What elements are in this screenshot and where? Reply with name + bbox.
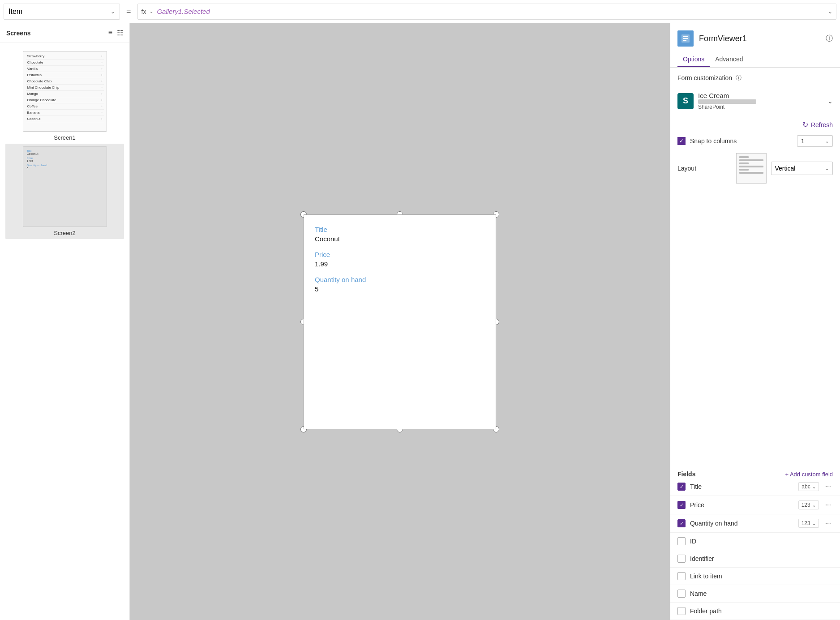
mini-list-item: Mango› — [26, 91, 104, 97]
type-chevron: ⌄ — [812, 503, 816, 508]
field-name: Price — [690, 501, 794, 509]
tab-advanced[interactable]: Advanced — [710, 52, 748, 67]
layout-label: Layout — [677, 165, 732, 172]
field-checkbox-id[interactable] — [677, 537, 686, 545]
formula-bar-expand[interactable]: ⌄ — [828, 9, 832, 15]
field-type-badge[interactable]: 123⌄ — [798, 519, 819, 528]
field-more-button[interactable]: ··· — [823, 501, 833, 509]
layout-row: Layout Vertical ⌄ — [677, 153, 833, 184]
title-value: Coconut — [315, 235, 485, 243]
layout-line — [739, 172, 763, 174]
price-label: Price — [315, 251, 485, 258]
snap-check-icon: ✓ — [679, 138, 684, 144]
refresh-row[interactable]: ↻ Refresh — [677, 120, 833, 129]
form-white-box: Title Coconut Price 1.99 Quantity on han… — [304, 214, 496, 429]
field-name: Title — [690, 483, 794, 490]
mini-list-item: Mint Chocolate Chip› — [26, 85, 104, 91]
canvas-area[interactable]: Title Coconut Price 1.99 Quantity on han… — [130, 23, 670, 620]
screen2-mini-form: Title Coconut Price 1.99 Quantity on han… — [23, 147, 107, 174]
datasource-url — [698, 99, 756, 104]
screen2-preview: Title Coconut Price 1.99 Quantity on han… — [23, 146, 107, 227]
item-dropdown-label: Item — [9, 8, 111, 16]
sharepoint-icon: S — [677, 93, 694, 109]
title-label: Title — [315, 226, 485, 233]
add-custom-field-button[interactable]: + Add custom field — [785, 471, 833, 478]
field-row: Link to item — [670, 568, 840, 585]
panel-content: Form customization ⓘ S Ice Cream SharePo… — [670, 68, 840, 470]
check-icon: ✓ — [680, 521, 684, 526]
field-checkbox-link-to-item[interactable] — [677, 572, 686, 580]
snap-label: Snap to columns — [690, 137, 793, 145]
fields-list: ✓Titleabc⌄···✓Price123⌄···✓Quantity on h… — [670, 478, 840, 620]
columns-dropdown[interactable]: 1 ⌄ — [797, 135, 833, 147]
field-row: ✓Quantity on hand123⌄··· — [670, 514, 840, 533]
refresh-icon: ↻ — [802, 120, 808, 129]
datasource-type: SharePoint — [698, 104, 823, 110]
mini-list-item: Strawberry› — [26, 53, 104, 60]
main-layout: Screens ≡ ☷ Strawberry› Chocolate› Vanil… — [0, 23, 840, 620]
field-checkbox-folder-path[interactable] — [677, 607, 686, 615]
form-canvas: Title Coconut Price 1.99 Quantity on han… — [304, 214, 496, 429]
field-row: ✓Price123⌄··· — [670, 496, 840, 514]
screen2-thumb[interactable]: Title Coconut Price 1.99 Quantity on han… — [5, 144, 124, 239]
screens-title: Screens — [6, 30, 30, 37]
layout-value: Vertical — [775, 165, 823, 172]
field-name: Name — [690, 590, 833, 597]
fx-chevron: ⌄ — [150, 9, 153, 14]
quantity-value: 5 — [315, 285, 485, 293]
snap-checkbox[interactable]: ✓ — [677, 137, 686, 145]
add-custom-field-label: + Add custom field — [785, 471, 833, 478]
field-more-button[interactable]: ··· — [823, 483, 833, 491]
field-row: ID — [670, 533, 840, 550]
layout-line — [739, 159, 763, 161]
type-chevron: ⌄ — [812, 484, 816, 489]
datasource-row: S Ice Cream SharePoint ⌄ — [677, 88, 833, 114]
fields-header: Fields + Add custom field — [670, 470, 840, 478]
screens-icons: ≡ ☷ — [108, 29, 123, 37]
field-checkbox-identifier[interactable] — [677, 555, 686, 563]
field-checkbox-name[interactable] — [677, 590, 686, 598]
field-name: Folder path — [690, 607, 833, 615]
tab-options[interactable]: Options — [677, 52, 710, 67]
field-checkbox-price[interactable]: ✓ — [677, 501, 686, 509]
sidebar: Screens ≡ ☷ Strawberry› Chocolate› Vanil… — [0, 23, 130, 620]
help-icon[interactable]: ⓘ — [826, 34, 833, 43]
item-dropdown[interactable]: Item ⌄ — [4, 4, 120, 20]
fields-label: Fields — [677, 470, 785, 478]
mini-list-item: Banana› — [26, 110, 104, 116]
layout-arrow: ⌄ — [825, 166, 829, 171]
layout-dropdown[interactable]: Vertical ⌄ — [771, 162, 833, 175]
item-dropdown-arrow: ⌄ — [111, 9, 115, 15]
check-icon: ✓ — [680, 502, 684, 508]
field-checkbox-quantity-on-hand[interactable]: ✓ — [677, 519, 686, 527]
price-value: 1.99 — [315, 260, 485, 268]
screen1-mini-list: Strawberry› Chocolate› Vanilla› Pistachi… — [23, 51, 107, 124]
layout-line — [739, 162, 749, 164]
field-type-badge[interactable]: abc⌄ — [798, 482, 819, 491]
datasource-expand[interactable]: ⌄ — [827, 98, 833, 105]
screen1-thumb[interactable]: Strawberry› Chocolate› Vanilla› Pistachi… — [5, 48, 124, 144]
top-bar: Item ⌄ = fx ⌄ Gallery1.Selected ⌄ — [0, 0, 840, 23]
field-more-button[interactable]: ··· — [823, 519, 833, 527]
screen1-preview: Strawberry› Chocolate› Vanilla› Pistachi… — [23, 51, 107, 132]
screens-header: Screens ≡ ☷ — [0, 23, 129, 43]
mini-list-item: Pistachio› — [26, 72, 104, 78]
field-name: Quantity on hand — [690, 520, 794, 527]
field-name: Identifier — [690, 555, 833, 562]
screens-grid-icon[interactable]: ☷ — [117, 29, 123, 37]
question-icon[interactable]: ⓘ — [736, 74, 741, 82]
formula-bar[interactable]: fx ⌄ Gallery1.Selected ⌄ — [137, 4, 836, 20]
refresh-label: Refresh — [811, 121, 833, 128]
field-row: Name — [670, 585, 840, 603]
screens-list-icon[interactable]: ≡ — [108, 29, 112, 37]
formviewer-icon — [677, 30, 694, 47]
mini-list-item: Vanilla› — [26, 66, 104, 72]
screen2-label: Screen2 — [54, 230, 75, 236]
field-checkbox-title[interactable]: ✓ — [677, 483, 686, 491]
field-name: ID — [690, 538, 833, 545]
panel-title: FormViewer1 — [699, 34, 747, 43]
field-type-badge[interactable]: 123⌄ — [798, 500, 819, 509]
panel-tabs: Options Advanced — [670, 47, 840, 68]
field-row: Folder path — [670, 603, 840, 620]
check-icon: ✓ — [680, 484, 684, 490]
